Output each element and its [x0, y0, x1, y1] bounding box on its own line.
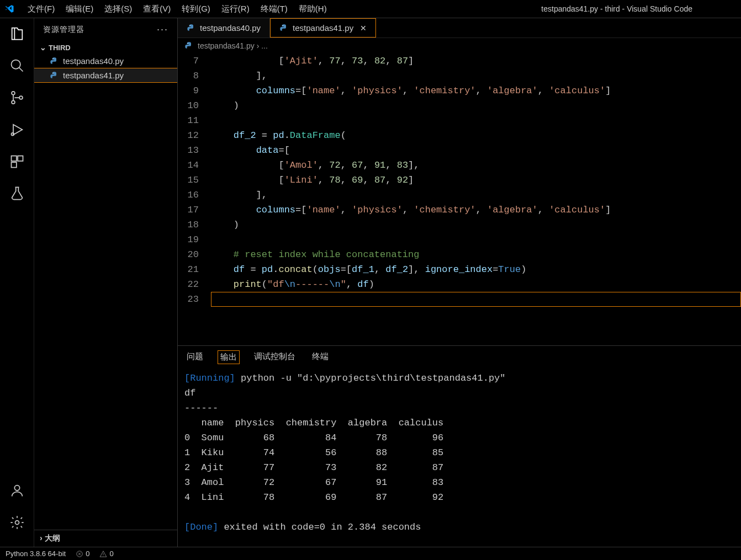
menu-item[interactable]: 选择(S) [99, 2, 137, 15]
panel-tab[interactable]: 输出 [218, 350, 240, 364]
svg-point-4 [11, 133, 14, 136]
error-circle-icon [76, 550, 83, 558]
code-editor[interactable]: 7891011121314151617181920212223 ['Ajit',… [178, 54, 741, 345]
sidebar-more-icon[interactable]: ··· [157, 24, 168, 35]
run-debug-icon[interactable] [9, 122, 25, 137]
svg-point-3 [19, 96, 23, 99]
menu-item[interactable]: 查看(V) [137, 2, 176, 15]
panel-tab[interactable]: 问题 [184, 350, 205, 364]
file-item[interactable]: testpandas40.py [34, 54, 177, 68]
svg-point-11 [52, 72, 53, 73]
panel-tabs: 问题输出调试控制台终端 [178, 346, 741, 367]
window-title: testpandas41.py - third - Visual Studio … [332, 4, 737, 13]
status-warnings[interactable]: 0 [99, 550, 113, 558]
explorer-icon[interactable] [9, 26, 25, 41]
svg-point-14 [187, 43, 188, 44]
python-file-icon [187, 24, 195, 33]
close-icon[interactable]: ✕ [360, 24, 367, 33]
folder-name: THIRD [49, 44, 71, 52]
settings-gear-icon[interactable] [9, 515, 25, 530]
svg-rect-5 [11, 156, 16, 161]
extensions-icon[interactable] [9, 154, 25, 169]
bottom-panel: 问题输出调试控制台终端 [Running] python -u "d:\pypr… [178, 345, 741, 547]
account-icon[interactable] [9, 483, 25, 498]
editor-tabs: testpandas40.pytestpandas41.py✕ [178, 18, 741, 38]
panel-tab[interactable]: 终端 [310, 350, 331, 364]
breadcrumb[interactable]: testpandas41.py › ... [178, 38, 741, 54]
file-item[interactable]: testpandas41.py [34, 68, 177, 83]
menu-item[interactable]: 文件(F) [22, 2, 60, 15]
tab-label: testpandas41.py [293, 23, 353, 33]
svg-rect-7 [11, 162, 16, 167]
status-warnings-count: 0 [109, 550, 113, 558]
svg-point-0 [11, 60, 20, 69]
file-label: testpandas41.py [63, 71, 124, 80]
search-icon[interactable] [9, 58, 25, 73]
status-python[interactable]: Python 3.8.6 64-bit [6, 550, 66, 558]
sidebar-header: 资源管理器 ··· [34, 18, 177, 41]
python-file-icon [50, 57, 59, 66]
code-content[interactable]: ['Ajit', 77, 73, 82, 87] ], columns=['na… [211, 54, 741, 345]
editor-region: testpandas40.pytestpandas41.py✕ testpand… [178, 18, 741, 547]
menu-item[interactable]: 编辑(E) [60, 2, 99, 15]
title-bar: 文件(F)编辑(E)选择(S)查看(V)转到(G)运行(R)终端(T)帮助(H)… [0, 0, 741, 18]
file-label: testpandas40.py [63, 56, 124, 66]
editor-tab[interactable]: testpandas40.py [178, 18, 270, 38]
svg-point-1 [12, 92, 15, 95]
svg-point-2 [12, 100, 15, 104]
panel-output[interactable]: [Running] python -u "d:\pyprojects\third… [178, 367, 741, 547]
vscode-logo-icon [4, 4, 14, 14]
panel-tab[interactable]: 调试控制台 [252, 350, 298, 364]
svg-rect-6 [18, 156, 23, 161]
line-gutter: 7891011121314151617181920212223 [178, 54, 211, 345]
svg-point-8 [14, 486, 19, 490]
svg-point-9 [15, 521, 19, 525]
python-file-icon [184, 41, 193, 50]
breadcrumb-file: testpandas41.py [198, 41, 255, 50]
editor-tab[interactable]: testpandas41.py✕ [270, 18, 376, 38]
status-errors-count: 0 [86, 550, 89, 558]
outline-label: 大纲 [45, 534, 60, 542]
testing-icon[interactable] [9, 186, 25, 201]
status-errors[interactable]: 0 [76, 550, 89, 558]
svg-point-10 [52, 58, 53, 58]
breadcrumb-sep: › [255, 41, 261, 50]
python-file-icon [279, 24, 288, 33]
svg-point-12 [189, 25, 190, 25]
sidebar-title: 资源管理器 [43, 25, 84, 35]
sidebar: 资源管理器 ··· THIRD testpandas40.pytestpanda… [34, 18, 178, 547]
menu-item[interactable]: 终端(T) [255, 2, 293, 15]
menu-item[interactable]: 运行(R) [216, 2, 255, 15]
main-area: 资源管理器 ··· THIRD testpandas40.pytestpanda… [0, 18, 741, 547]
activity-bar [0, 18, 34, 547]
menu-item[interactable]: 帮助(H) [293, 2, 332, 15]
status-bar: Python 3.8.6 64-bit 0 0 [0, 547, 741, 560]
menu-item[interactable]: 转到(G) [176, 2, 216, 15]
breadcrumb-trail: ... [261, 41, 268, 50]
outline-section[interactable]: 大纲 [34, 530, 177, 547]
tab-label: testpandas40.py [200, 23, 261, 33]
warning-triangle-icon [99, 550, 107, 558]
folder-root[interactable]: THIRD [34, 41, 177, 54]
python-file-icon [50, 71, 59, 80]
source-control-icon[interactable] [9, 90, 25, 105]
svg-point-13 [282, 25, 283, 25]
